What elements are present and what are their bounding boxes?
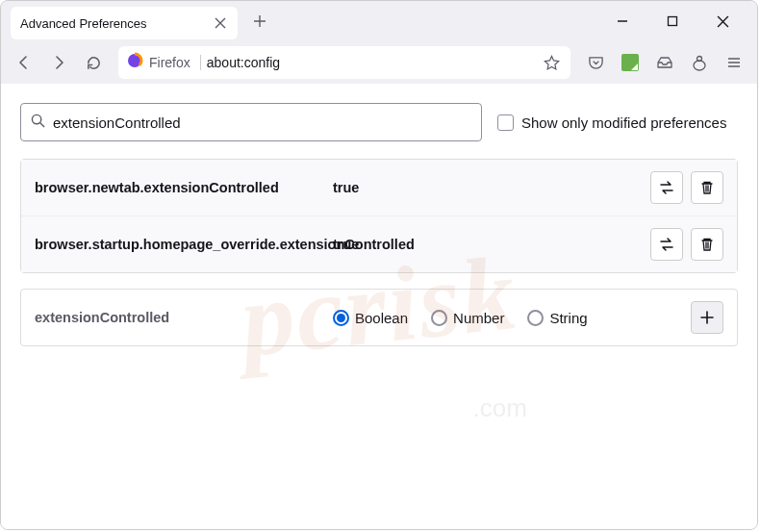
- toggle-button[interactable]: [650, 171, 683, 204]
- radio-circle-icon: [333, 310, 349, 326]
- radio-boolean[interactable]: Boolean: [333, 310, 408, 326]
- pref-value: true: [333, 180, 650, 195]
- pref-value: true: [333, 237, 650, 252]
- prefs-list: browser.newtab.extensionControlled true …: [20, 159, 738, 273]
- pocket-button[interactable]: [580, 47, 611, 78]
- inbox-button[interactable]: [649, 47, 680, 78]
- page-content: extensionControlled Show only modified p…: [1, 84, 757, 529]
- type-radio-group: Boolean Number String: [333, 310, 683, 326]
- url-identity: Firefox: [149, 55, 201, 70]
- search-row: extensionControlled Show only modified p…: [20, 103, 738, 141]
- delete-button[interactable]: [691, 171, 723, 204]
- url-text: about:config: [207, 55, 534, 70]
- titlebar: Advanced Preferences: [1, 1, 757, 41]
- radio-circle-icon: [431, 310, 447, 326]
- toolbar: Firefox about:config: [1, 41, 757, 84]
- toggle-button[interactable]: [650, 228, 683, 261]
- radio-number[interactable]: Number: [431, 310, 504, 326]
- radio-label: Boolean: [355, 310, 408, 326]
- account-button[interactable]: [684, 47, 715, 78]
- new-pref-name: extensionControlled: [35, 310, 333, 325]
- new-tab-button[interactable]: [245, 7, 274, 36]
- tab-close-button[interactable]: [213, 15, 228, 31]
- pref-actions: [650, 171, 723, 204]
- modified-only-checkbox-wrap[interactable]: Show only modified preferences: [497, 114, 726, 131]
- radio-label: Number: [453, 310, 504, 326]
- firefox-icon: [126, 52, 143, 73]
- pref-row[interactable]: browser.newtab.extensionControlled true: [21, 160, 737, 216]
- pref-name: browser.newtab.extensionControlled: [35, 180, 333, 195]
- pref-row[interactable]: browser.startup.homepage_override.extens…: [21, 216, 737, 272]
- minimize-button[interactable]: [601, 7, 644, 36]
- radio-circle-icon: [527, 310, 544, 326]
- pref-actions: [650, 228, 723, 261]
- modified-only-checkbox[interactable]: [497, 114, 514, 131]
- radio-string[interactable]: String: [527, 310, 587, 326]
- search-input-text: extensionControlled: [53, 114, 471, 131]
- window-controls: [601, 7, 753, 36]
- tab-title: Advanced Preferences: [20, 16, 213, 31]
- forward-button[interactable]: [43, 47, 74, 78]
- menu-button[interactable]: [719, 47, 749, 78]
- modified-only-label: Show only modified preferences: [521, 114, 726, 131]
- delete-button[interactable]: [691, 228, 723, 261]
- pref-search-box[interactable]: extensionControlled: [20, 103, 482, 141]
- add-pref-button[interactable]: [691, 301, 723, 334]
- bookmark-star-button[interactable]: [540, 51, 563, 74]
- extension-button[interactable]: [615, 47, 646, 78]
- reload-button[interactable]: [78, 47, 109, 78]
- svg-rect-0: [669, 17, 677, 26]
- pref-name: browser.startup.homepage_override.extens…: [35, 237, 333, 252]
- search-icon: [31, 114, 45, 132]
- close-button[interactable]: [701, 7, 744, 36]
- svg-point-3: [32, 114, 40, 123]
- radio-label: String: [549, 310, 587, 326]
- back-button[interactable]: [9, 47, 39, 78]
- browser-tab[interactable]: Advanced Preferences: [11, 7, 238, 39]
- url-bar[interactable]: Firefox about:config: [118, 46, 570, 79]
- new-pref-row: extensionControlled Boolean Number Strin…: [20, 289, 738, 346]
- maximize-button[interactable]: [651, 7, 694, 36]
- browser-window: Advanced Preferences: [0, 0, 758, 530]
